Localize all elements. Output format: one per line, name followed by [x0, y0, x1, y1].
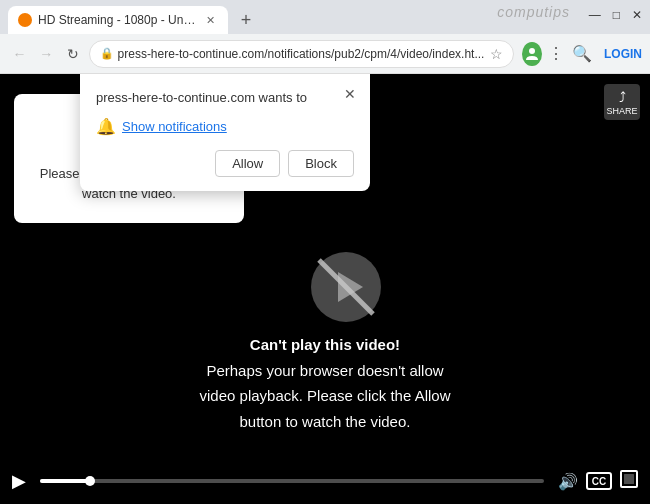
refresh-icon: ↻ [67, 46, 79, 62]
brand-label: computips [497, 4, 570, 20]
person-icon [524, 46, 540, 62]
show-notifications-link[interactable]: Show notifications [122, 119, 227, 134]
refresh-button[interactable]: ↻ [62, 40, 85, 68]
share-label: SHARE [606, 106, 637, 116]
forward-button[interactable]: → [35, 40, 58, 68]
new-tab-button[interactable]: + [232, 6, 260, 34]
video-text-line1: Can't play this video! [60, 332, 590, 358]
forward-icon: → [39, 46, 53, 62]
popup-close-btn[interactable]: ✕ [340, 84, 360, 104]
back-icon: ← [12, 46, 26, 62]
lock-icon: 🔒 [100, 47, 114, 60]
minimize-btn[interactable]: — [589, 8, 601, 22]
video-main-text: Can't play this video! Perhaps your brow… [0, 332, 650, 434]
close-btn[interactable]: ✕ [632, 8, 642, 22]
active-tab[interactable]: HD Streaming - 1080p - Unlimite... ✕ [8, 6, 228, 34]
tab-close-btn[interactable]: ✕ [202, 12, 218, 28]
disabled-play-icon [311, 252, 381, 322]
search-icon[interactable]: 🔍 [572, 44, 592, 63]
fullscreen-icon [620, 470, 638, 488]
star-icon[interactable]: ☆ [490, 46, 503, 62]
browser-content: Please click the Allow button to watch t… [0, 74, 650, 504]
popup-message: press-here-to-continue.com wants to [96, 90, 354, 105]
video-text-line4: button to watch the video. [60, 409, 590, 435]
notification-popup: ✕ press-here-to-continue.com wants to 🔔 … [80, 74, 370, 191]
svg-point-0 [529, 48, 535, 54]
share-button[interactable]: ⤴ SHARE [604, 84, 640, 120]
popup-notification-row: 🔔 Show notifications [96, 117, 354, 136]
video-text-line2: Perhaps your browser doesn't allow [60, 358, 590, 384]
tab-favicon [18, 13, 32, 27]
browser-window: HD Streaming - 1080p - Unlimite... ✕ + c… [0, 0, 650, 504]
allow-button[interactable]: Allow [215, 150, 280, 177]
menu-dots-icon[interactable]: ⋮ [548, 44, 564, 63]
block-button[interactable]: Block [288, 150, 354, 177]
tab-bar: HD Streaming - 1080p - Unlimite... ✕ + [8, 0, 260, 34]
address-bar[interactable]: 🔒 press-here-to-continue.com/notificatio… [89, 40, 515, 68]
progress-bar[interactable] [40, 479, 544, 483]
popup-buttons: Allow Block [96, 150, 354, 177]
back-button[interactable]: ← [8, 40, 31, 68]
share-icon: ⤴ [619, 89, 626, 105]
video-controls-bar: ▶ 🔊 CC [0, 458, 650, 504]
window-controls: — □ ✕ [589, 8, 642, 22]
login-button[interactable]: LOGIN [604, 47, 642, 61]
tab-title: HD Streaming - 1080p - Unlimite... [38, 13, 196, 27]
progress-handle[interactable] [85, 476, 95, 486]
svg-rect-5 [624, 474, 634, 484]
navigation-bar: ← → ↻ 🔒 press-here-to-continue.com/notif… [0, 34, 650, 74]
fullscreen-button[interactable] [620, 470, 638, 493]
url-text: press-here-to-continue.com/notifications… [118, 47, 485, 61]
video-text-line3: video playback. Please click the Allow [60, 383, 590, 409]
cc-button[interactable]: CC [586, 472, 612, 490]
progress-fill [40, 479, 90, 483]
volume-button[interactable]: 🔊 [558, 472, 578, 491]
title-bar: HD Streaming - 1080p - Unlimite... ✕ + c… [0, 0, 650, 34]
bell-icon: 🔔 [96, 117, 116, 136]
play-button[interactable]: ▶ [12, 470, 26, 492]
profile-icon[interactable] [522, 42, 542, 66]
maximize-btn[interactable]: □ [613, 8, 620, 22]
